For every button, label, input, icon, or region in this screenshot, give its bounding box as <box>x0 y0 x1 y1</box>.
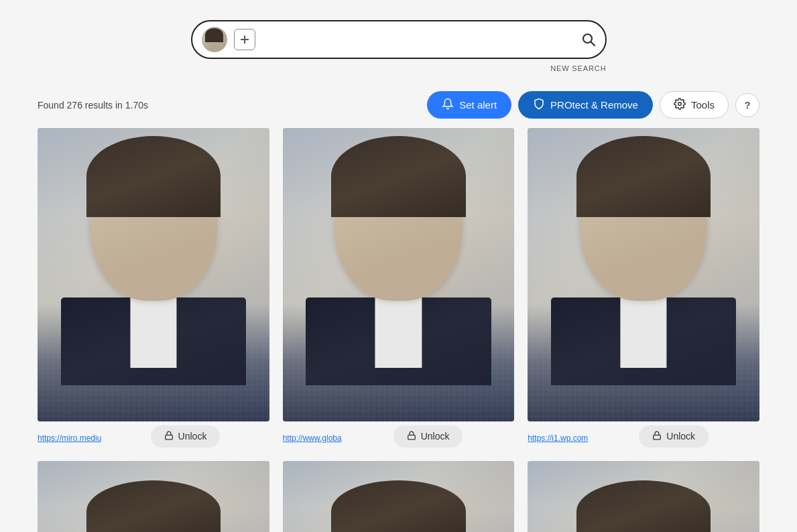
gallery-item-2: http://www.globa Unlock <box>283 128 515 448</box>
set-alert-label: Set alert <box>459 99 497 111</box>
search-input[interactable] <box>262 34 574 46</box>
gallery-item-4 <box>38 461 269 532</box>
protect-remove-button[interactable]: PROtect & Remove <box>518 91 653 119</box>
lock-icon-3 <box>652 431 662 442</box>
toolbar-actions: Set alert PROtect & Remove Tools ? <box>427 91 759 119</box>
gallery-image-6 <box>528 461 759 532</box>
gallery-image-5 <box>283 461 515 532</box>
svg-rect-5 <box>165 435 172 439</box>
face-img-3 <box>528 128 759 421</box>
search-avatar <box>202 27 227 52</box>
gallery-url-2[interactable]: http://www.globa <box>283 434 342 443</box>
results-text: Found 276 results in 1.70s <box>38 100 148 111</box>
tools-label: Tools <box>691 99 715 111</box>
gallery-image-2 <box>283 128 515 421</box>
help-button[interactable]: ? <box>735 93 759 117</box>
gallery-footer-2: http://www.globa Unlock <box>283 425 515 448</box>
gallery-image-1 <box>38 128 269 421</box>
protect-label: PROtect & Remove <box>550 99 638 111</box>
unlock-button-2[interactable]: Unlock <box>393 425 463 448</box>
bell-icon <box>442 98 454 112</box>
gallery-url-1[interactable]: https://miro.mediu <box>38 434 101 443</box>
header: NEW SEARCH <box>0 0 797 79</box>
toolbar: Found 276 results in 1.70s Set alert PRO… <box>0 79 797 128</box>
tools-button[interactable]: Tools <box>660 91 729 119</box>
unlock-label-3: Unlock <box>666 431 695 442</box>
set-alert-button[interactable]: Set alert <box>427 91 511 119</box>
unlock-label-2: Unlock <box>421 431 450 442</box>
svg-rect-6 <box>408 435 415 439</box>
question-icon: ? <box>744 99 750 111</box>
gallery-item-3: https://i1.wp.com Unlock <box>528 128 759 448</box>
gallery-item-5 <box>283 461 515 532</box>
svg-rect-7 <box>654 435 661 439</box>
unlock-label-1: Unlock <box>178 431 207 442</box>
gallery-item-1: https://miro.mediu Unlock <box>38 128 269 448</box>
gallery-footer-3: https://i1.wp.com Unlock <box>528 425 759 448</box>
gallery-url-3[interactable]: https://i1.wp.com <box>528 434 588 443</box>
svg-line-3 <box>591 42 595 46</box>
gallery: https://miro.mediu Unlock <box>0 128 797 532</box>
gear-icon <box>674 98 686 112</box>
lock-icon-1 <box>164 431 174 442</box>
svg-point-4 <box>678 103 682 106</box>
unlock-button-1[interactable]: Unlock <box>151 425 221 448</box>
face-img-1 <box>38 128 269 421</box>
unlock-button-3[interactable]: Unlock <box>639 425 709 448</box>
shield-icon <box>533 98 545 112</box>
gallery-footer-1: https://miro.mediu Unlock <box>38 425 269 448</box>
gallery-item-6 <box>528 461 759 532</box>
search-bar[interactable] <box>191 20 607 59</box>
new-search-link[interactable]: NEW SEARCH <box>550 64 606 72</box>
face-img-6 <box>528 461 759 532</box>
gallery-image-4 <box>38 461 269 532</box>
gallery-image-3 <box>528 128 759 421</box>
search-submit-button[interactable] <box>581 32 596 47</box>
face-img-2 <box>283 128 515 421</box>
add-search-button[interactable] <box>234 29 255 50</box>
face-img-5 <box>283 461 515 532</box>
lock-icon-2 <box>407 431 416 442</box>
face-img-4 <box>38 461 269 532</box>
